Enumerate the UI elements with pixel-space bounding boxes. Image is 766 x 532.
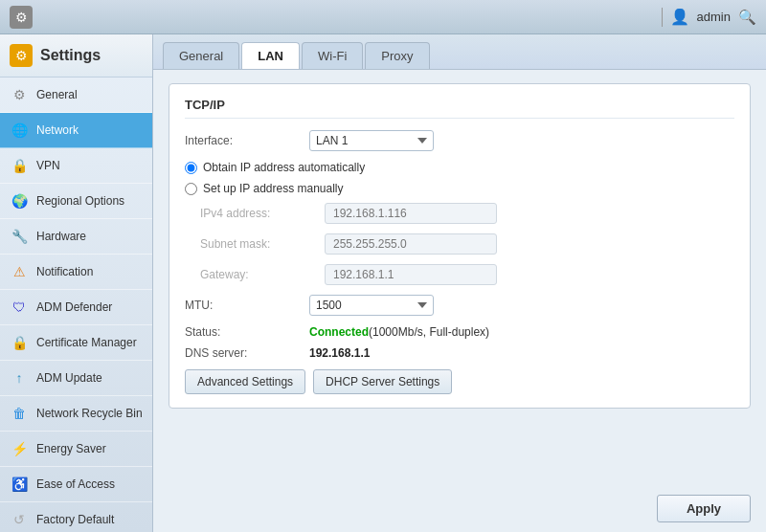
- general-icon: ⚙: [10, 85, 29, 104]
- dns-row: DNS server: 192.168.1.1: [185, 346, 734, 360]
- interface-select[interactable]: LAN 1 LAN 2: [309, 130, 434, 151]
- sidebar-header: ⚙ Settings: [0, 34, 152, 78]
- mtu-select[interactable]: 1500 9000: [309, 295, 434, 316]
- gateway-input: [325, 264, 497, 285]
- factory-icon: ↺: [10, 510, 29, 529]
- sidebar-label-cert: Certificate Manager: [36, 336, 137, 349]
- mtu-row: MTU: 1500 9000: [185, 295, 734, 316]
- mtu-label: MTU:: [185, 299, 309, 312]
- cert-icon: 🔒: [10, 333, 29, 352]
- sidebar-item-cert[interactable]: 🔒 Certificate Manager: [0, 325, 152, 361]
- interface-label: Interface:: [185, 134, 309, 147]
- radio-auto-row: Obtain IP address automatically: [185, 161, 734, 174]
- content-area: General LAN Wi-Fi Proxy TCP/IP Interface…: [153, 34, 766, 532]
- status-row: Status: Connected (1000Mb/s, Full-duplex…: [185, 325, 734, 339]
- subnet-row: Subnet mask:: [185, 233, 734, 255]
- sidebar-label-notification: Notification: [36, 265, 93, 278]
- hardware-icon: 🔧: [10, 227, 29, 246]
- status-connected: Connected: [309, 325, 369, 339]
- subnet-input: [325, 233, 497, 255]
- sidebar-item-general[interactable]: ⚙ General: [0, 78, 152, 113]
- sidebar-title: Settings: [40, 47, 101, 64]
- advanced-settings-button[interactable]: Advanced Settings: [185, 369, 305, 394]
- radio-manual-row: Set up IP address manually: [185, 182, 734, 195]
- interface-control: LAN 1 LAN 2: [309, 130, 434, 151]
- sidebar-item-recycle[interactable]: 🗑 Network Recycle Bin: [0, 396, 152, 432]
- vpn-icon: 🔒: [10, 156, 29, 175]
- access-icon: ♿: [10, 475, 29, 494]
- sidebar-item-regional[interactable]: 🌍 Regional Options: [0, 184, 152, 219]
- dns-value: 192.168.1.1: [309, 346, 370, 360]
- radio-auto[interactable]: [185, 162, 197, 174]
- sidebar-item-vpn[interactable]: 🔒 VPN: [0, 148, 152, 184]
- apply-button[interactable]: Apply: [657, 495, 751, 522]
- sidebar-label-energy: Energy Saver: [36, 442, 106, 455]
- update-icon: ↑: [10, 368, 29, 388]
- topbar-right: 👤 admin 🔍: [662, 8, 756, 27]
- sidebar-label-defender: ADM Defender: [36, 300, 112, 314]
- ipv4-label: IPv4 address:: [200, 207, 325, 220]
- tab-proxy[interactable]: Proxy: [365, 42, 429, 69]
- sidebar-label-access: Ease of Access: [36, 477, 115, 491]
- radio-manual-label[interactable]: Set up IP address manually: [203, 182, 344, 195]
- sidebar: ⚙ Settings ⚙ General 🌐 Network 🔒 VPN 🌍 R…: [0, 34, 153, 532]
- sidebar-app-icon: ⚙: [10, 44, 33, 67]
- sidebar-label-network: Network: [36, 123, 79, 137]
- sidebar-item-update[interactable]: ↑ ADM Update: [0, 361, 152, 396]
- sidebar-item-network[interactable]: 🌐 Network: [0, 113, 152, 148]
- network-icon: 🌐: [10, 121, 29, 140]
- notification-icon: ⚠: [10, 262, 29, 281]
- recycle-icon: 🗑: [10, 404, 29, 423]
- sidebar-label-update: ADM Update: [36, 371, 102, 385]
- gateway-label: Gateway:: [200, 268, 325, 281]
- tcpip-title: TCP/IP: [185, 98, 734, 119]
- sidebar-label-general: General: [36, 88, 78, 101]
- radio-auto-label[interactable]: Obtain IP address automatically: [203, 161, 365, 174]
- sidebar-item-notification[interactable]: ⚠ Notification: [0, 255, 152, 290]
- defender-icon: 🛡: [10, 298, 29, 317]
- regional-icon: 🌍: [10, 191, 29, 211]
- panel-content: TCP/IP Interface: LAN 1 LAN 2 Obtain IP …: [153, 70, 766, 485]
- sidebar-item-hardware[interactable]: 🔧 Hardware: [0, 219, 152, 255]
- user-icon: 👤: [670, 8, 689, 26]
- sidebar-label-vpn: VPN: [36, 159, 60, 172]
- interface-row: Interface: LAN 1 LAN 2: [185, 130, 734, 151]
- topbar-divider: [662, 8, 663, 27]
- tab-general[interactable]: General: [163, 42, 239, 69]
- sidebar-label-factory: Factory Default: [36, 513, 114, 526]
- ipv4-row: IPv4 address:: [185, 203, 734, 224]
- dns-label: DNS server:: [185, 346, 309, 360]
- tab-lan[interactable]: LAN: [241, 42, 300, 69]
- topbar: ⚙ 👤 admin 🔍: [0, 0, 766, 34]
- sidebar-item-energy[interactable]: ⚡ Energy Saver: [0, 432, 152, 467]
- tcpip-section: TCP/IP Interface: LAN 1 LAN 2 Obtain IP …: [169, 83, 751, 409]
- sidebar-label-hardware: Hardware: [36, 230, 86, 243]
- status-detail: (1000Mb/s, Full-duplex): [369, 325, 489, 339]
- sidebar-item-factory[interactable]: ↺ Factory Default: [0, 502, 152, 532]
- energy-icon: ⚡: [10, 439, 29, 458]
- tab-bar: General LAN Wi-Fi Proxy: [153, 34, 766, 70]
- topbar-left: ⚙: [10, 6, 33, 29]
- subnet-label: Subnet mask:: [200, 237, 325, 251]
- sidebar-item-defender[interactable]: 🛡 ADM Defender: [0, 290, 152, 325]
- ipv4-input: [325, 203, 497, 224]
- sidebar-label-recycle: Network Recycle Bin: [36, 407, 143, 420]
- username-label: admin: [697, 10, 731, 24]
- status-label: Status:: [185, 325, 309, 339]
- radio-manual[interactable]: [185, 183, 197, 195]
- sidebar-label-regional: Regional Options: [36, 194, 124, 208]
- main-container: ⚙ Settings ⚙ General 🌐 Network 🔒 VPN 🌍 R…: [0, 34, 766, 532]
- sidebar-item-access[interactable]: ♿ Ease of Access: [0, 467, 152, 502]
- apply-row: Apply: [153, 485, 766, 532]
- gateway-row: Gateway:: [185, 264, 734, 285]
- tab-wifi[interactable]: Wi-Fi: [302, 42, 363, 69]
- action-buttons: Advanced Settings DHCP Server Settings: [185, 369, 734, 394]
- dhcp-server-settings-button[interactable]: DHCP Server Settings: [313, 369, 452, 394]
- search-icon[interactable]: 🔍: [738, 9, 756, 26]
- app-icon: ⚙: [10, 6, 33, 29]
